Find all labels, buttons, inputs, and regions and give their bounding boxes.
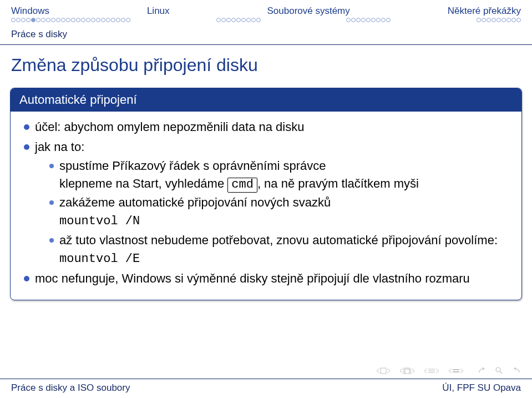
nav-windows[interactable]: Windows — [11, 6, 49, 17]
nav-search-icon[interactable] — [495, 367, 503, 375]
progress-dots-windows[interactable] — [11, 18, 130, 22]
beamer-nav-icons — [376, 367, 521, 375]
nav-subsection-group[interactable] — [423, 368, 440, 374]
footer: Práce s disky a ISO soubory ÚI, FPF SU O… — [0, 382, 532, 394]
sub-text: , na ně pravým tlačítkem myši — [257, 177, 419, 190]
progress-dots-filesystems[interactable] — [346, 18, 391, 22]
svg-point-8 — [496, 367, 500, 372]
nav-back-icon[interactable] — [478, 367, 488, 375]
cmd-box: cmd — [227, 178, 257, 193]
bullet-item: jak na to: spustíme Příkazový řádek s op… — [23, 138, 511, 268]
progress-dots-linux[interactable] — [216, 18, 261, 22]
section-subtitle: Práce s disky — [0, 27, 532, 44]
sub-item: zakážeme automatické připojování nových … — [48, 194, 511, 230]
block-body: účel: abychom omylem nepozměnili data na… — [11, 112, 521, 300]
sub-text: až tuto vlastnost nebudeme potřebovat, z… — [59, 233, 498, 247]
footer-right: ÚI, FPF SU Opava — [442, 382, 521, 394]
bullet-text: moc nefunguje, Windows si výměnné disky … — [35, 271, 470, 285]
block-header: Automatické připojení — [11, 88, 521, 112]
sub-text: spustíme Příkazový řádek s oprávněními s… — [59, 159, 326, 173]
nav-obstacles[interactable]: Některé překážky — [448, 6, 521, 17]
nav-filesystems[interactable]: Souborové systémy — [267, 6, 349, 17]
bullet-text: jak na to: — [35, 140, 84, 154]
code-text: mountvol /N — [59, 214, 140, 228]
bullet-text: účel: abychom omylem nepozměnili data na… — [35, 120, 304, 134]
page-title: Změna způsobu připojení disku — [0, 55, 532, 88]
footer-left: Práce s disky a ISO soubory — [11, 382, 130, 394]
progress-dots-obstacles[interactable] — [477, 18, 521, 22]
sub-text: zakážeme automatické připojování nových … — [59, 195, 331, 209]
sub-item: až tuto vlastnost nebudeme potřebovat, z… — [48, 231, 511, 268]
progress-dots-row — [0, 17, 532, 27]
sub-item: spustíme Příkazový řádek s oprávněními s… — [48, 157, 511, 193]
nav-frame-group[interactable] — [399, 367, 416, 374]
content-block: Automatické připojení účel: abychom omyl… — [10, 88, 522, 300]
svg-rect-0 — [381, 368, 386, 374]
sub-text: klepneme na Start, vyhledáme — [59, 177, 227, 190]
nav-slide-group[interactable] — [376, 367, 391, 374]
nav-forward-icon[interactable] — [511, 367, 521, 375]
header-divider — [0, 44, 532, 45]
code-text: mountvol /E — [59, 252, 140, 266]
bullet-item: účel: abychom omylem nepozměnili data na… — [23, 118, 511, 136]
top-nav: Windows Linux Souborové systémy Některé … — [0, 0, 532, 17]
bullet-item: moc nefunguje, Windows si výměnné disky … — [23, 270, 511, 288]
svg-line-9 — [500, 371, 502, 374]
nav-section-group[interactable] — [448, 368, 464, 374]
nav-linux[interactable]: Linux — [147, 6, 170, 17]
footer-divider — [0, 379, 532, 379]
